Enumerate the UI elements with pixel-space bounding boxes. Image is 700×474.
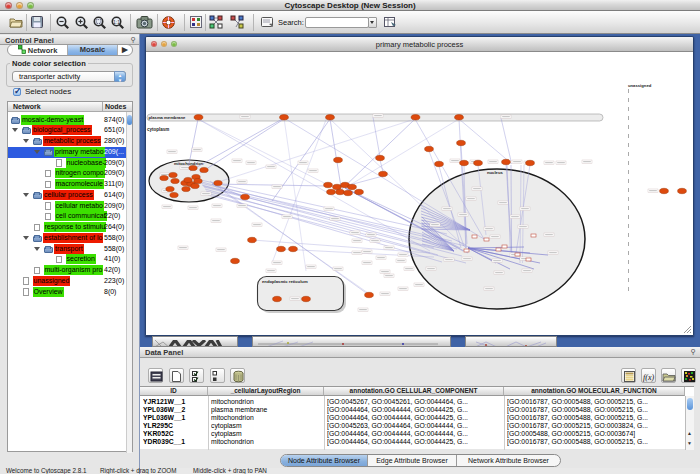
svg-text:cytoplasm: cytoplasm xyxy=(147,127,169,132)
svg-text:unassigned: unassigned xyxy=(628,83,652,88)
svg-text:1:1: 1:1 xyxy=(113,19,120,25)
svg-text:nucleus: nucleus xyxy=(487,170,503,175)
svg-text:plasma membrane: plasma membrane xyxy=(149,115,186,120)
svg-text:f(x): f(x) xyxy=(643,373,654,382)
svg-text:endoplasmic reticulum: endoplasmic reticulum xyxy=(262,279,308,284)
